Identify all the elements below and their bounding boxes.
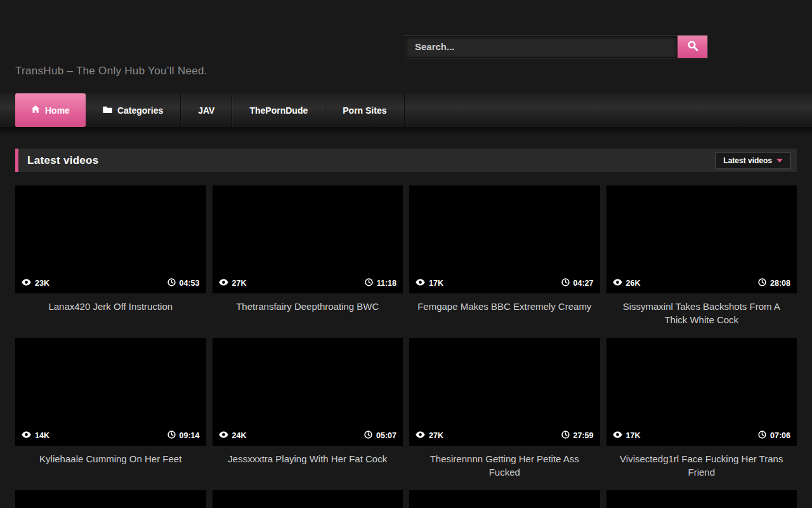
video-stats: 23K 04:53 — [15, 272, 206, 293]
clock-icon — [758, 278, 766, 288]
view-count: 24K — [232, 431, 247, 440]
clock-icon — [365, 278, 373, 288]
video-stats: 24K 05:07 — [213, 425, 403, 446]
video-title[interactable]: Jessxxxtra Playing With Her Fat Cock — [213, 446, 403, 490]
video-stats: 27K 27:59 — [409, 425, 600, 446]
eye-icon — [22, 431, 31, 440]
view-count: 23K — [35, 279, 49, 288]
clock-icon — [167, 431, 176, 441]
video-title[interactable]: Lanax420 Jerk Off Instruction — [15, 293, 206, 338]
video-title[interactable]: Femgape Makes BBC Extremely Creamy — [409, 293, 600, 338]
video-duration: 28:08 — [770, 279, 790, 288]
nav-label-jav: JAV — [198, 105, 214, 116]
nav-item-jav[interactable]: JAV — [181, 93, 232, 127]
main-nav: Home Categories JAV ThePornDude Porn Sit… — [0, 93, 812, 127]
eye-icon — [219, 279, 228, 288]
search-button[interactable] — [678, 36, 707, 58]
video-card[interactable]: 26K 28:08 Sissymaxinl Takes Backshots Fr… — [606, 185, 797, 338]
nav-label-categories: Categories — [117, 105, 163, 116]
search-input[interactable] — [405, 36, 678, 58]
video-stats: 14K 09:14 — [15, 425, 206, 446]
eye-icon — [219, 431, 228, 440]
video-thumbnail[interactable]: 17K 04:27 — [409, 185, 600, 293]
magnifier-icon — [687, 40, 698, 53]
nav-item-categories[interactable]: Categories — [86, 93, 181, 127]
video-title[interactable]: Sissymaxinl Takes Backshots From A Thick… — [606, 293, 797, 338]
video-stats: 27K 11:18 — [213, 272, 403, 293]
video-title[interactable]: Thetransfairy Deepthroating BWC — [213, 293, 403, 338]
video-duration: 11:18 — [377, 279, 396, 288]
search-bar — [405, 35, 708, 58]
video-card[interactable] — [15, 490, 206, 508]
view-count: 17K — [429, 279, 443, 288]
video-stats: 17K 07:06 — [606, 425, 797, 446]
section-title: Latest videos — [27, 154, 99, 167]
video-card[interactable]: 24K 05:07 Jessxxxtra Playing With Her Fa… — [213, 338, 403, 490]
eye-icon — [416, 431, 425, 440]
eye-icon — [613, 431, 622, 440]
video-thumbnail[interactable] — [213, 490, 403, 508]
sort-dropdown[interactable]: Latest videos — [715, 152, 791, 170]
video-thumbnail[interactable] — [15, 490, 206, 508]
video-duration: 09:14 — [180, 431, 200, 440]
sort-dropdown-label: Latest videos — [723, 156, 772, 165]
video-card[interactable]: 14K 09:14 Kyliehaale Cumming On Her Feet — [15, 338, 206, 490]
view-count: 27K — [429, 431, 443, 440]
video-title[interactable]: Thesirennnn Getting Her Petite Ass Fucke… — [409, 446, 600, 490]
video-duration: 27:59 — [573, 431, 594, 440]
video-card[interactable]: 17K 04:27 Femgape Makes BBC Extremely Cr… — [409, 185, 600, 338]
eye-icon — [613, 279, 622, 288]
folder-icon — [103, 105, 112, 116]
view-count: 17K — [626, 431, 641, 440]
nav-label-porn-sites: Porn Sites — [343, 105, 386, 116]
clock-icon — [167, 278, 176, 288]
nav-label-theporndude: ThePornDude — [249, 105, 308, 116]
video-duration: 05:07 — [376, 431, 396, 440]
view-count: 26K — [626, 279, 641, 288]
eye-icon — [22, 279, 31, 288]
video-thumbnail[interactable]: 27K 11:18 — [213, 185, 403, 293]
view-count: 14K — [35, 431, 49, 440]
video-grid: 23K 04:53 Lanax420 Jerk Off Instruction … — [15, 185, 797, 508]
video-card[interactable]: 17K 07:06 Vivisectedg1rl Face Fucking He… — [606, 338, 797, 490]
video-thumbnail[interactable]: 27K 27:59 — [409, 338, 600, 446]
site-tagline: TransHub – The Only Hub You’ll Need. — [15, 65, 207, 77]
video-duration: 07:06 — [770, 431, 790, 440]
site-header: TransHub – The Only Hub You’ll Need. — [0, 0, 812, 93]
video-title[interactable]: Vivisectedg1rl Face Fucking Her Trans Fr… — [606, 446, 797, 490]
clock-icon — [758, 431, 766, 441]
nav-item-theporndude[interactable]: ThePornDude — [232, 93, 325, 127]
video-stats: 26K 28:08 — [606, 272, 797, 293]
eye-icon — [416, 279, 425, 288]
video-thumbnail[interactable]: 17K 07:06 — [606, 338, 797, 446]
video-thumbnail[interactable] — [409, 490, 600, 508]
video-card[interactable]: 27K 11:18 Thetransfairy Deepthroating BW… — [213, 185, 403, 338]
video-card[interactable]: 27K 27:59 Thesirennnn Getting Her Petite… — [409, 338, 600, 490]
clock-icon — [561, 278, 570, 288]
video-duration: 04:53 — [180, 279, 200, 288]
clock-icon — [561, 431, 570, 441]
video-duration: 04:27 — [573, 279, 594, 288]
video-card[interactable]: 23K 04:53 Lanax420 Jerk Off Instruction — [15, 185, 206, 338]
view-count: 27K — [232, 279, 247, 288]
video-title[interactable]: Kyliehaale Cumming On Her Feet — [15, 446, 206, 490]
home-icon — [31, 105, 40, 116]
video-thumbnail[interactable]: 26K 28:08 — [606, 185, 797, 293]
clock-icon — [364, 431, 372, 441]
nav-item-home[interactable]: Home — [15, 93, 86, 127]
caret-down-icon — [776, 159, 783, 163]
video-card[interactable] — [409, 490, 600, 508]
video-thumbnail[interactable]: 24K 05:07 — [213, 338, 403, 446]
video-card[interactable] — [606, 490, 797, 508]
video-thumbnail[interactable] — [606, 490, 797, 508]
video-thumbnail[interactable]: 23K 04:53 — [15, 185, 206, 293]
video-card[interactable] — [213, 490, 403, 508]
video-thumbnail[interactable]: 14K 09:14 — [15, 338, 206, 446]
nav-item-porn-sites[interactable]: Porn Sites — [325, 93, 404, 127]
section-header: Latest videos Latest videos — [15, 149, 797, 172]
video-stats: 17K 04:27 — [409, 272, 600, 293]
nav-label-home: Home — [45, 105, 70, 116]
